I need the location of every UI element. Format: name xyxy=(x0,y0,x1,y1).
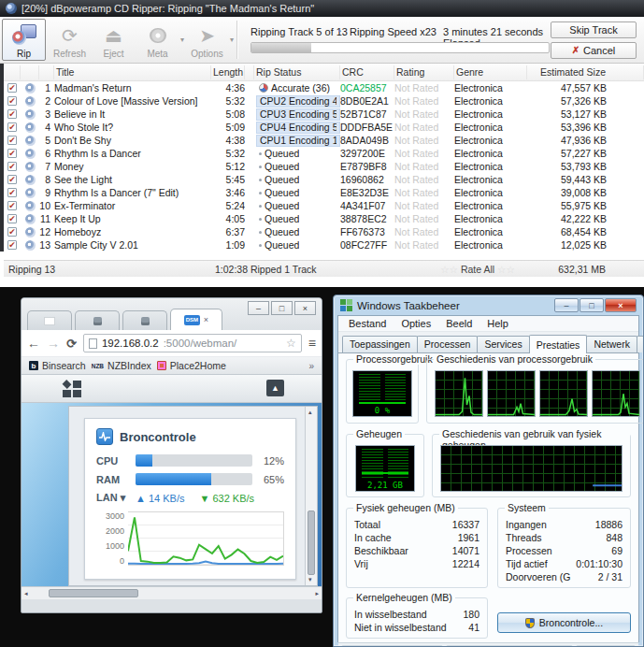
track-rating[interactable]: Not Rated xyxy=(394,135,454,146)
scroll-down-icon[interactable]: ▾ xyxy=(308,576,312,583)
maximize-button[interactable]: □ xyxy=(580,298,604,312)
track-checkbox[interactable]: ✔ xyxy=(4,83,21,93)
column-estimated-size[interactable]: Estimated Size xyxy=(527,65,644,79)
table-row[interactable]: ✔ 12 Homeboyz 6:37 Queued FF676373 Not R… xyxy=(4,225,644,238)
scroll-right-icon[interactable]: ▸ xyxy=(315,590,319,597)
cancel-button[interactable]: ✗ Cancel xyxy=(551,42,637,59)
table-row[interactable]: ✔ 4 Who Stole It? 5:09 CPU4 Encoding 50%… xyxy=(4,121,644,134)
track-checkbox[interactable]: ✔ xyxy=(4,96,21,106)
vertical-scrollbar[interactable]: ▴ ▾ xyxy=(305,407,317,585)
table-row[interactable]: ✔ 3 Believe in It 5:08 CPU3 Encoding 50%… xyxy=(4,108,644,121)
table-row[interactable]: ✔ 5 Don't Be Shy 4:38 CPU1 Encoding 11% … xyxy=(4,134,644,147)
table-row[interactable]: ✔ 9 Rhythm Is a Dancer (7" Edit) 3:46 Qu… xyxy=(4,186,644,199)
address-bar[interactable]: 192.168.0.2 :5000/webman/ ☆ xyxy=(83,334,302,352)
reload-button[interactable]: ⟳ xyxy=(66,337,77,351)
hscrollbar-thumb[interactable] xyxy=(49,589,138,597)
back-button[interactable]: ← xyxy=(27,336,40,351)
tab-3[interactable] xyxy=(122,310,167,330)
track-checkbox[interactable]: ✔ xyxy=(4,240,21,250)
tab-netwerk[interactable]: Netwerk xyxy=(586,336,637,352)
taskmgr-titlebar[interactable]: Windows Taakbeheer – □ × xyxy=(334,295,643,315)
track-checkbox[interactable]: ✔ xyxy=(4,227,21,237)
scroll-up-icon[interactable]: ▴ xyxy=(308,409,312,416)
bookmark-place2home[interactable]: Place2Home xyxy=(157,360,226,371)
track-rating[interactable]: Not Rated xyxy=(394,148,454,159)
track-checkbox[interactable]: ✔ xyxy=(4,109,21,119)
eject-button[interactable]: ⏏ Eject xyxy=(92,17,136,63)
skip-track-button[interactable]: Skip Track xyxy=(551,22,637,38)
table-row[interactable]: ✔ 8 See the Light 5:45 Queued 16960862 N… xyxy=(4,173,644,186)
close-button[interactable]: × xyxy=(294,301,316,315)
menu-opties[interactable]: Opties xyxy=(394,316,437,331)
table-row[interactable]: ✔ 13 Sample City V 2.01 1:09 Queued 08FC… xyxy=(4,238,644,252)
track-checkbox[interactable]: ✔ xyxy=(4,188,21,197)
table-row[interactable]: ✔ 1 Madman's Return 4:36 Accurate (36) 0… xyxy=(4,81,644,94)
minimize-button[interactable]: – xyxy=(554,298,579,312)
browser-titlebar[interactable]: – □ × DSM × xyxy=(21,298,322,330)
table-row[interactable]: ✔ 2 Colour of Love [Massive Version] 5:3… xyxy=(4,94,644,108)
refresh-button[interactable]: ⟳ Refresh xyxy=(48,17,92,63)
column-length[interactable]: Length xyxy=(211,65,245,79)
tab-2[interactable] xyxy=(75,310,120,330)
meta-dropdown-icon[interactable]: ▾ xyxy=(180,36,184,44)
ripper-titlebar[interactable]: [20%] dBpoweramp CD Ripper: Ripping "The… xyxy=(0,0,644,17)
browser-menu-icon[interactable]: ≡ xyxy=(308,336,316,351)
track-checkbox[interactable]: ✔ xyxy=(4,214,21,223)
table-row[interactable]: ✔ 7 Money 5:12 Queued E7879BF8 Not Rated… xyxy=(4,160,644,173)
track-rating[interactable]: Not Rated xyxy=(394,239,454,251)
column-genre[interactable]: Genre xyxy=(454,65,527,79)
track-rating[interactable]: Not Rated xyxy=(394,187,454,198)
menu-beeld[interactable]: Beeld xyxy=(439,316,479,331)
table-row[interactable]: ✔ 10 Ex-Terminator 5:24 Queued 4A341F07 … xyxy=(4,199,644,212)
tab-dsm-active[interactable]: DSM × xyxy=(170,309,222,330)
track-checkbox[interactable]: ✔ xyxy=(4,162,21,171)
track-rating[interactable]: Not Rated xyxy=(394,161,454,172)
tab-gebruikers[interactable]: Gebruikers xyxy=(637,336,644,352)
track-rating[interactable]: Not Rated xyxy=(394,200,454,211)
track-rating[interactable]: Not Rated xyxy=(394,95,454,107)
tab-services[interactable]: Services xyxy=(477,336,529,352)
bookmark-binsearch[interactable]: b Binsearch xyxy=(29,360,86,371)
close-button[interactable]: × xyxy=(605,298,637,312)
menu-help[interactable]: Help xyxy=(480,316,515,331)
tab-prestaties[interactable]: Prestaties xyxy=(529,335,588,353)
minimize-button[interactable]: – xyxy=(248,301,269,315)
scrollbar-thumb[interactable] xyxy=(308,510,315,575)
main-menu-icon[interactable] xyxy=(63,381,82,397)
track-checkbox[interactable]: ✔ xyxy=(4,122,21,132)
lan-dropdown[interactable]: LAN ▾ xyxy=(96,492,136,504)
track-checkbox[interactable]: ✔ xyxy=(4,175,21,184)
maximize-button[interactable]: □ xyxy=(271,301,293,315)
track-rating[interactable]: Not Rated xyxy=(394,174,454,185)
column-rating[interactable]: Rating xyxy=(394,65,454,79)
track-rating[interactable]: Not Rated xyxy=(394,213,454,224)
resource-monitor-button[interactable]: Broncontrole... xyxy=(497,612,631,633)
rip-button[interactable]: Rip xyxy=(2,19,46,61)
scroll-left-icon[interactable]: ◂ xyxy=(24,590,28,597)
rate-all-control[interactable]: ☆☆ Rate All ☆☆ xyxy=(407,264,549,275)
track-checkbox[interactable]: ✔ xyxy=(4,149,21,158)
tab-processen[interactable]: Processen xyxy=(417,336,479,352)
bookmarks-overflow-icon[interactable]: » xyxy=(308,361,314,371)
table-row[interactable]: ✔ 6 Rhythm Is a Dancer 5:32 Queued 32972… xyxy=(4,147,644,160)
track-rating[interactable]: Not Rated xyxy=(394,108,454,120)
track-rating[interactable]: Not Rated xyxy=(394,226,454,237)
bookmark-nzbindex[interactable]: NZB NZBIndex xyxy=(92,360,151,371)
tab-toepassingen[interactable]: Toepassingen xyxy=(342,336,418,352)
horizontal-scrollbar[interactable]: ◂ ▸ xyxy=(21,586,322,599)
column-rip-status[interactable]: Rip Status xyxy=(254,65,340,79)
upload-icon[interactable]: ▲ xyxy=(266,380,284,396)
table-row[interactable]: ✔ 11 Keep It Up 4:05 Queued 38878EC2 Not… xyxy=(4,212,644,225)
tab-1[interactable] xyxy=(27,310,72,330)
tab-close-icon[interactable]: × xyxy=(204,315,208,324)
track-checkbox[interactable]: ✔ xyxy=(4,201,21,210)
track-rating[interactable]: Not Rated xyxy=(394,82,454,93)
column-crc[interactable]: CRC xyxy=(340,65,394,79)
bookmark-star-icon[interactable]: ☆ xyxy=(286,337,296,350)
meta-button[interactable]: Meta xyxy=(136,17,179,63)
options-button[interactable]: ➤ Options xyxy=(185,17,229,63)
column-title[interactable]: Title xyxy=(54,65,211,79)
forward-button[interactable]: → xyxy=(47,336,60,351)
track-checkbox[interactable]: ✔ xyxy=(4,136,21,145)
menu-bestand[interactable]: Bestand xyxy=(342,316,393,331)
